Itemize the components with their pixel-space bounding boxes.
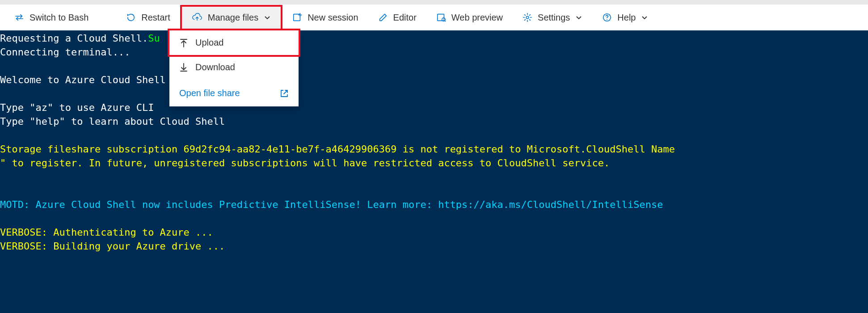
settings-button[interactable]: Settings bbox=[513, 4, 592, 30]
terminal-line: Requesting a Cloud Shell. bbox=[0, 33, 148, 44]
external-link-icon bbox=[280, 89, 289, 98]
terminal-line: Su bbox=[148, 33, 160, 44]
chevron-down-icon bbox=[575, 14, 582, 21]
pencil-icon bbox=[378, 13, 388, 22]
terminal-line: Type "az" to use Azure CLI bbox=[0, 102, 154, 113]
terminal-line: " to register. In future, unregistered s… bbox=[0, 157, 610, 169]
gear-icon bbox=[522, 13, 532, 22]
upload-menu-item[interactable]: Upload bbox=[168, 29, 300, 57]
open-file-share-label: Open file share bbox=[179, 88, 240, 98]
cloud-upload-icon bbox=[192, 13, 202, 22]
svg-rect-1 bbox=[438, 14, 444, 21]
svg-point-3 bbox=[526, 16, 529, 19]
cloud-shell-toolbar: Switch to Bash Restart Manage files New … bbox=[0, 4, 868, 30]
terminal-line: Storage fileshare subscription 69d2fc94-… bbox=[0, 144, 675, 155]
open-file-share-link[interactable]: Open file share bbox=[169, 80, 299, 106]
help-button[interactable]: Help bbox=[592, 4, 658, 30]
settings-label: Settings bbox=[538, 13, 570, 23]
swap-icon bbox=[14, 13, 24, 22]
web-preview-icon bbox=[436, 13, 446, 22]
download-icon bbox=[179, 63, 188, 72]
web-preview-label: Web preview bbox=[451, 13, 503, 23]
upload-label: Upload bbox=[195, 38, 223, 48]
help-icon bbox=[602, 13, 612, 22]
terminal-line: Connecting terminal... bbox=[0, 47, 130, 58]
terminal-line: Welcome to Azure Cloud Shell bbox=[0, 74, 166, 85]
terminal-line: VERBOSE: Authenticating to Azure ... bbox=[0, 227, 213, 238]
new-session-button[interactable]: New session bbox=[282, 4, 368, 30]
cloud-shell-terminal[interactable]: Requesting a Cloud Shell.Su Connecting t… bbox=[0, 30, 868, 313]
terminal-line: Type "help" to learn about Cloud Shell bbox=[0, 116, 225, 127]
upload-icon bbox=[179, 38, 188, 48]
restart-label: Restart bbox=[141, 13, 170, 23]
download-menu-item[interactable]: Download bbox=[169, 55, 299, 80]
window-chrome-gap bbox=[0, 0, 868, 4]
chevron-down-icon bbox=[264, 14, 271, 21]
manage-files-button[interactable]: Manage files bbox=[180, 5, 282, 30]
help-label: Help bbox=[617, 13, 636, 23]
switch-to-bash-button[interactable]: Switch to Bash bbox=[4, 4, 98, 30]
new-session-label: New session bbox=[308, 13, 358, 23]
editor-button[interactable]: Editor bbox=[368, 4, 426, 30]
web-preview-button[interactable]: Web preview bbox=[426, 4, 513, 30]
switch-label: Switch to Bash bbox=[29, 13, 88, 23]
new-session-icon bbox=[292, 13, 302, 22]
terminal-line: VERBOSE: Building your Azure drive ... bbox=[0, 241, 225, 252]
restart-button[interactable]: Restart bbox=[116, 4, 180, 30]
editor-label: Editor bbox=[393, 13, 417, 23]
manage-files-dropdown: Upload Download Open file share bbox=[169, 30, 299, 106]
manage-files-label: Manage files bbox=[208, 13, 258, 23]
restart-icon bbox=[126, 13, 136, 22]
chevron-down-icon bbox=[641, 14, 648, 21]
terminal-line: MOTD: Azure Cloud Shell now includes Pre… bbox=[0, 199, 663, 210]
download-label: Download bbox=[195, 62, 235, 72]
